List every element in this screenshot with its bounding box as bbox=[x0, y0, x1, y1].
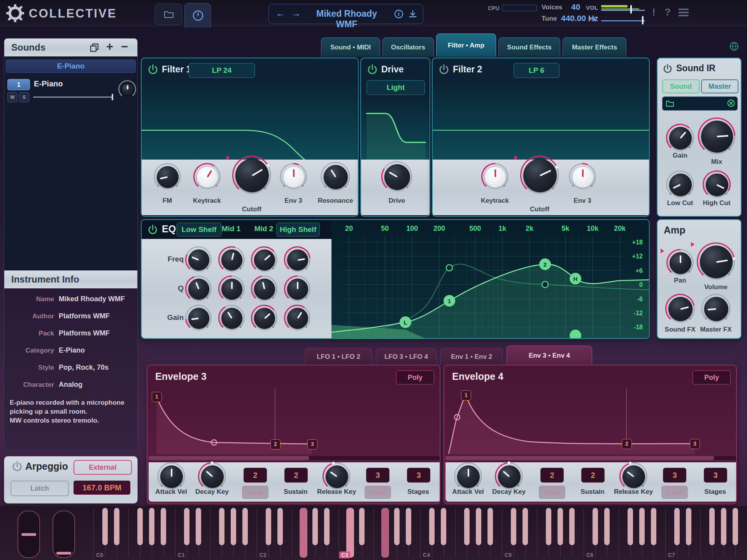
black-key[interactable] bbox=[137, 508, 143, 545]
drive-type-select[interactable]: Light bbox=[366, 80, 425, 95]
black-key[interactable] bbox=[674, 508, 680, 545]
black-key[interactable] bbox=[464, 508, 470, 545]
tab-sound-effects[interactable]: Sound Effects bbox=[498, 37, 560, 57]
white-key[interactable] bbox=[537, 508, 537, 558]
pressed-key-fs3[interactable] bbox=[381, 508, 389, 558]
black-key[interactable] bbox=[324, 508, 330, 545]
white-key[interactable] bbox=[338, 508, 339, 558]
white-key[interactable] bbox=[128, 508, 129, 558]
remove-sound-icon[interactable]: − bbox=[121, 40, 128, 54]
black-key[interactable] bbox=[429, 508, 435, 545]
black-key[interactable] bbox=[546, 508, 551, 545]
sustain-value[interactable]: 2 bbox=[581, 468, 605, 483]
black-key[interactable] bbox=[441, 508, 446, 545]
sustain-value[interactable]: 2 bbox=[284, 468, 308, 483]
envelope-3-poly-button[interactable]: Poly bbox=[396, 370, 434, 384]
loop-value[interactable]: 3 bbox=[366, 468, 389, 483]
white-key[interactable] bbox=[665, 508, 666, 558]
black-key[interactable] bbox=[686, 508, 691, 545]
envelope-node-1[interactable]: 1 bbox=[461, 390, 471, 400]
white-key[interactable] bbox=[619, 508, 619, 558]
envelope-scroll-thumb[interactable] bbox=[149, 456, 309, 460]
black-key[interactable] bbox=[359, 508, 365, 545]
knob-knob[interactable] bbox=[250, 304, 279, 332]
loop-value[interactable]: 2 bbox=[540, 468, 564, 483]
sound-ir-tab-master[interactable]: Master bbox=[701, 79, 738, 93]
knob-knob[interactable] bbox=[156, 461, 186, 492]
tab-lfo-1-lfo-2[interactable]: LFO 1 • LFO 2 bbox=[305, 348, 372, 365]
tab-lfo-3-lfo-4[interactable]: LFO 3 • LFO 4 bbox=[376, 348, 437, 365]
env-3-knob[interactable] bbox=[568, 162, 597, 191]
high-cut-knob[interactable] bbox=[701, 169, 732, 200]
black-key[interactable] bbox=[511, 508, 516, 545]
black-key[interactable] bbox=[651, 508, 656, 545]
knob-knob[interactable] bbox=[184, 304, 213, 332]
white-key[interactable] bbox=[700, 508, 701, 558]
cutoff-knob[interactable] bbox=[231, 154, 272, 196]
eq-band-high-shelf[interactable]: High Shelf bbox=[276, 223, 320, 237]
envelope-node-1[interactable]: 1 bbox=[152, 392, 162, 402]
tab-filter-amp[interactable]: Filter • Amp bbox=[436, 33, 496, 57]
envelope-node-2[interactable]: 2 bbox=[270, 439, 281, 449]
knob-knob[interactable] bbox=[217, 274, 246, 303]
black-key[interactable] bbox=[277, 508, 283, 545]
pressed-key-fs2[interactable] bbox=[300, 508, 307, 558]
black-key[interactable] bbox=[242, 508, 248, 545]
tab-master-effects[interactable]: Master Effects bbox=[563, 37, 626, 57]
sound-group-tab[interactable]: E-Piano bbox=[6, 60, 136, 73]
clear-ir-icon[interactable] bbox=[727, 99, 735, 107]
black-key[interactable] bbox=[569, 508, 575, 545]
tab-oscillators[interactable]: Oscillators bbox=[382, 37, 434, 57]
resonance-knob[interactable] bbox=[319, 161, 351, 193]
stages-value[interactable]: 3 bbox=[704, 468, 727, 483]
knob-knob[interactable] bbox=[250, 274, 279, 303]
tab-env-1-env-2[interactable]: Env 1 • Env 2 bbox=[440, 348, 503, 365]
white-key[interactable] bbox=[93, 508, 94, 558]
loop-button[interactable]: Loop bbox=[365, 486, 391, 499]
white-key[interactable] bbox=[502, 508, 502, 558]
black-key[interactable] bbox=[394, 508, 400, 545]
knob-knob[interactable] bbox=[494, 461, 524, 492]
knob-knob[interactable] bbox=[283, 304, 312, 332]
eq-power-icon[interactable] bbox=[148, 225, 158, 234]
envelope-node-2[interactable]: 2 bbox=[622, 439, 632, 449]
black-key[interactable] bbox=[196, 508, 201, 545]
knob-knob[interactable] bbox=[283, 245, 312, 274]
arpeggio-external-button[interactable]: External bbox=[74, 460, 132, 475]
knob-knob[interactable] bbox=[453, 461, 483, 492]
envelope-4-poly-button[interactable]: Poly bbox=[693, 370, 731, 384]
black-key[interactable] bbox=[487, 508, 493, 545]
knob-knob[interactable] bbox=[184, 274, 213, 303]
black-key[interactable] bbox=[161, 508, 166, 545]
tab-env-3-env-4[interactable]: Env 3 • Env 4 bbox=[507, 346, 592, 365]
black-key[interactable] bbox=[733, 508, 738, 545]
envelope-scroll-thumb[interactable] bbox=[445, 456, 714, 460]
arpeggio-bpm-value[interactable]: 167.0 BPM bbox=[74, 481, 130, 495]
black-key[interactable] bbox=[639, 508, 645, 545]
knob-knob[interactable] bbox=[618, 461, 649, 492]
volume-knob[interactable] bbox=[696, 241, 736, 282]
master-fx-knob[interactable] bbox=[700, 293, 732, 325]
white-key[interactable] bbox=[175, 508, 175, 558]
white-key[interactable] bbox=[374, 508, 374, 558]
white-key[interactable] bbox=[292, 508, 292, 558]
sound-ir-power-icon[interactable] bbox=[663, 64, 672, 73]
sound-fx-knob[interactable] bbox=[664, 293, 696, 325]
mix-knob[interactable] bbox=[697, 116, 736, 156]
knob-knob[interactable] bbox=[321, 461, 352, 492]
loop-value[interactable]: 2 bbox=[244, 468, 267, 483]
knob-knob[interactable] bbox=[250, 245, 279, 274]
envelope-3-display[interactable] bbox=[149, 388, 440, 454]
filter-2-type-select[interactable]: LP 6 bbox=[514, 63, 559, 78]
pressed-key-cs3[interactable] bbox=[346, 508, 354, 558]
low-cut-knob[interactable] bbox=[665, 169, 695, 200]
stages-value[interactable]: 3 bbox=[407, 468, 430, 483]
filter-1-power-icon[interactable] bbox=[148, 64, 158, 74]
black-key[interactable] bbox=[558, 508, 563, 545]
black-key[interactable] bbox=[312, 508, 318, 545]
cutoff-knob[interactable] bbox=[519, 154, 560, 196]
knob-knob[interactable] bbox=[197, 461, 227, 492]
black-key[interactable] bbox=[114, 508, 119, 545]
loop-button[interactable]: Loop bbox=[242, 486, 268, 499]
black-key[interactable] bbox=[231, 508, 236, 545]
